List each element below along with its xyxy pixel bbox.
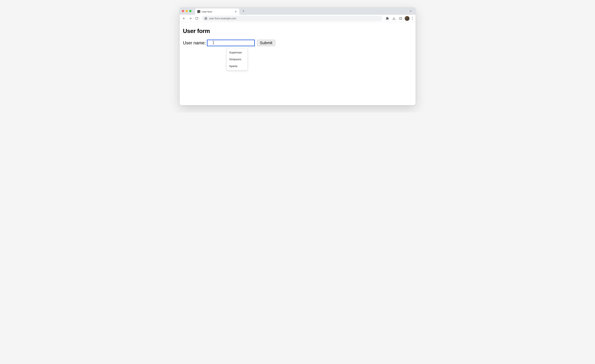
toolbar-right <box>385 16 414 21</box>
extensions-button[interactable] <box>385 16 390 21</box>
chrome-menu-button[interactable] <box>411 16 414 21</box>
favicon-icon <box>197 10 200 13</box>
username-input-wrapper: Superman Simpsons Sparta <box>207 40 255 46</box>
back-button[interactable] <box>182 16 187 21</box>
page-title: User form <box>183 28 412 35</box>
autocomplete-item[interactable]: Simpsons <box>227 56 248 63</box>
username-label: User name: <box>183 40 206 45</box>
tab-title: User form <box>202 10 234 13</box>
username-input[interactable] <box>207 40 255 46</box>
tab-bar: User form ✕ + <box>180 7 416 15</box>
new-tab-button[interactable]: + <box>241 8 246 14</box>
minimize-window-button[interactable] <box>185 10 188 12</box>
user-form: User name: Superman Simpsons Sparta Subm… <box>183 40 412 46</box>
window-controls <box>182 10 191 12</box>
address-bar[interactable]: user-form.example.com <box>202 16 382 21</box>
autocomplete-dropdown: Superman Simpsons Sparta <box>227 48 248 70</box>
maximize-window-button[interactable] <box>189 10 191 12</box>
autocomplete-item[interactable]: Sparta <box>227 63 248 70</box>
svg-rect-5 <box>399 17 402 20</box>
browser-chrome: User form ✕ + user-form.example.c <box>180 7 416 22</box>
browser-toolbar: user-form.example.com <box>180 15 416 22</box>
globe-icon <box>204 17 207 20</box>
forward-button[interactable] <box>188 16 193 21</box>
browser-window: User form ✕ + user-form.example.c <box>180 7 416 105</box>
downloads-button[interactable] <box>391 16 397 21</box>
browser-tab[interactable]: User form ✕ <box>195 8 239 15</box>
reload-button[interactable] <box>194 16 199 21</box>
close-window-button[interactable] <box>182 10 184 12</box>
tab-overflow-button[interactable] <box>408 8 413 14</box>
page-content: User form User name: Superman Simpsons S… <box>180 22 416 105</box>
submit-button[interactable]: Submit <box>257 40 275 46</box>
side-panel-button[interactable] <box>398 16 403 21</box>
profile-avatar[interactable] <box>405 16 410 21</box>
url-text: user-form.example.com <box>209 17 236 20</box>
close-tab-button[interactable]: ✕ <box>234 10 237 13</box>
autocomplete-item[interactable]: Superman <box>227 49 248 56</box>
